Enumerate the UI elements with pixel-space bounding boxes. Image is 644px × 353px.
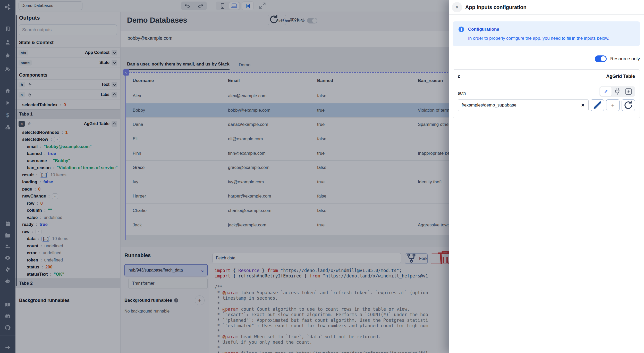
- expand-button[interactable]: [112, 50, 117, 55]
- home-icon[interactable]: [5, 88, 11, 94]
- dollar-icon[interactable]: $: [5, 112, 11, 118]
- output-row-state[interactable]: stateState: [15, 58, 120, 68]
- runnable-item-0[interactable]: hub/943/supabase/fetch_datac: [124, 264, 208, 276]
- add-resource-button[interactable]: +: [606, 99, 620, 111]
- redo-button[interactable]: [196, 2, 205, 10]
- outputs-scrollbar[interactable]: [16, 15, 17, 286]
- state-entry-value[interactable]: value:undefined: [15, 214, 120, 221]
- state-entry-username[interactable]: username:"Bobby": [15, 157, 120, 165]
- user-group-icon[interactable]: [5, 66, 11, 72]
- user-icon[interactable]: [5, 39, 11, 45]
- state-entry-count[interactable]: count:undefined: [15, 242, 120, 250]
- boxes-icon[interactable]: [5, 124, 11, 130]
- collapse-button[interactable]: [112, 121, 117, 127]
- arrow-right-icon[interactable]: [5, 344, 11, 351]
- state-entry-selectedRow[interactable]: selectedRow:-: [15, 136, 120, 143]
- eval-mode-button[interactable]: [623, 87, 634, 96]
- output-row-a[interactable]: aTabs: [15, 89, 120, 100]
- table-cell: charlie@example.com: [228, 208, 317, 213]
- state-entry-error[interactable]: error:undefined: [15, 249, 120, 257]
- fullscreen-button[interactable]: [257, 2, 267, 10]
- table-cell: Bobby: [133, 108, 228, 113]
- rail-divider: [0, 335, 15, 335]
- runnable-name-input[interactable]: [213, 253, 401, 263]
- expand-button[interactable]: [112, 60, 117, 65]
- state-entry-selectedRowIndex[interactable]: selectedRowIndex:1: [15, 129, 120, 136]
- state-entry-row[interactable]: row:0: [15, 200, 120, 207]
- undo-button[interactable]: [183, 2, 192, 10]
- resource-only-toggle[interactable]: [595, 55, 607, 62]
- table-cell: false: [317, 136, 418, 142]
- collapse-button[interactable]: [112, 92, 117, 97]
- state-entry-token[interactable]: token:undefined: [15, 257, 120, 264]
- runnable-item-1[interactable]: Transformer: [128, 278, 208, 289]
- desktop-view-button[interactable]: [229, 2, 239, 10]
- folder-icon[interactable]: [5, 232, 11, 239]
- calendar-icon[interactable]: [5, 221, 11, 227]
- discord-icon[interactable]: [5, 313, 11, 319]
- components-heading: Components: [15, 72, 120, 78]
- hand-pointer-icon[interactable]: [28, 83, 32, 87]
- clear-icon[interactable]: ✕: [581, 102, 585, 108]
- canvas-tab-1[interactable]: Demo: [239, 62, 250, 70]
- canvas-tab-0[interactable]: Ban a user, notify them by email, and us…: [127, 62, 230, 70]
- fork-button[interactable]: Fork: [405, 253, 428, 264]
- column-header[interactable]: Username: [133, 78, 228, 83]
- output-row-ctx[interactable]: ctxApp Context: [15, 47, 120, 58]
- star-icon[interactable]: [5, 52, 11, 59]
- tabs1-section-bar[interactable]: Tabs 1: [15, 109, 120, 119]
- expand-button[interactable]: [112, 82, 117, 87]
- state-entry-data[interactable]: data:[...]10 items: [15, 235, 120, 242]
- state-entry-raw[interactable]: raw:-: [15, 228, 120, 235]
- table-cell: true: [317, 122, 418, 127]
- state-entry-result[interactable]: result:[...]10 items: [15, 171, 120, 179]
- close-icon[interactable]: ×: [452, 2, 462, 12]
- state-entry-newChange[interactable]: newChange:-: [15, 193, 120, 200]
- state-entry-column[interactable]: column:"": [15, 207, 120, 214]
- hand-pointer-icon[interactable]: [27, 93, 32, 97]
- state-entry-status[interactable]: status:200: [15, 264, 120, 271]
- edit-pencil-icon[interactable]: ✎: [27, 121, 31, 126]
- table-cell: false: [317, 208, 418, 213]
- state-entry-ready[interactable]: ready:true: [15, 221, 120, 228]
- state-entry-selectedTabIndex[interactable]: selectedTabIndex : 0: [15, 101, 120, 109]
- background-runnables-title: Background runnables: [124, 298, 172, 303]
- text-component-value: bobby@example.com: [128, 36, 172, 41]
- github-icon[interactable]: [5, 325, 11, 331]
- colon: :: [60, 102, 61, 107]
- edit-resource-button[interactable]: [591, 99, 604, 111]
- building-icon[interactable]: [5, 26, 11, 32]
- group-settings-icon[interactable]: [5, 243, 11, 250]
- static-mode-button[interactable]: ✎: [600, 87, 612, 96]
- state-entry-statusText[interactable]: statusText:"OK": [15, 271, 120, 278]
- icon-rail: $: [0, 0, 15, 353]
- grid-component-row[interactable]: c ✎ AgGrid Table: [15, 119, 120, 129]
- refresh-resource-button[interactable]: [622, 99, 635, 111]
- auth-resource-input[interactable]: f/examples/demo_supabase ✕: [458, 99, 589, 111]
- gear-icon[interactable]: [5, 266, 11, 273]
- tabs2-section-bar[interactable]: Tabs 2: [15, 278, 120, 288]
- device-toggle-group: [216, 2, 241, 10]
- add-background-runnable-button[interactable]: +: [195, 295, 205, 305]
- auth-resource-value: f/examples/demo_supabase: [462, 103, 516, 108]
- windmill-logo-icon[interactable]: [3, 3, 12, 11]
- app-name-input[interactable]: [19, 1, 82, 10]
- state-entry-ban_reason[interactable]: ban_reason:"Violation of terms of servic…: [15, 164, 120, 171]
- eye-icon[interactable]: [5, 255, 11, 261]
- output-row-b[interactable]: bText: [15, 79, 120, 89]
- hide-bar-toggle[interactable]: [307, 18, 317, 23]
- column-header[interactable]: Banned: [317, 78, 418, 83]
- connect-mode-button[interactable]: [612, 87, 623, 96]
- state-entry-page[interactable]: page:0: [15, 186, 120, 193]
- bot-icon[interactable]: [5, 278, 11, 284]
- state-entry-email[interactable]: email:"bobby@example.com": [15, 143, 120, 150]
- play-icon[interactable]: [5, 100, 11, 106]
- component-badge[interactable]: c: [123, 69, 129, 76]
- state-entry-banned[interactable]: banned:true: [15, 150, 120, 157]
- center-zero-button[interactable]: |0|: [242, 2, 253, 10]
- search-outputs-input[interactable]: [19, 24, 117, 35]
- state-entry-loading[interactable]: loading:false: [15, 178, 120, 186]
- column-header[interactable]: Email: [228, 78, 317, 83]
- mobile-view-button[interactable]: [218, 2, 227, 10]
- book-icon[interactable]: [5, 302, 11, 308]
